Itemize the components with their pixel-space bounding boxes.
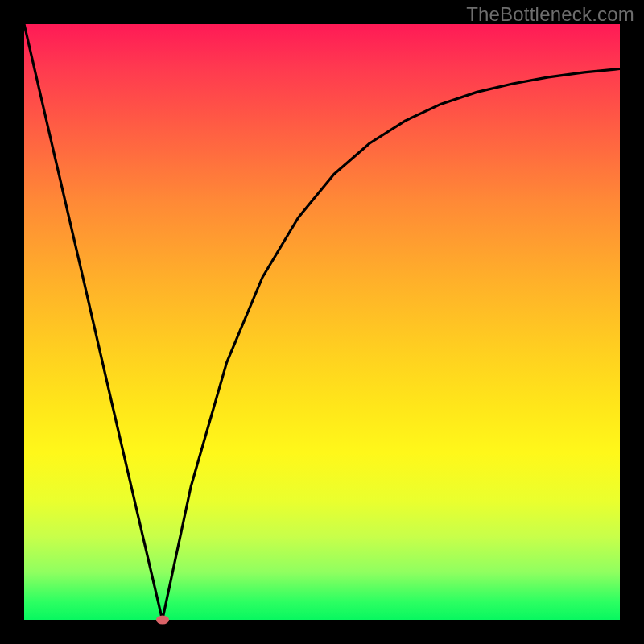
chart-frame: TheBottleneck.com (0, 0, 644, 644)
watermark-label: TheBottleneck.com (466, 3, 634, 26)
plot-area (24, 24, 620, 620)
bottleneck-curve (24, 24, 620, 620)
minimum-marker (156, 616, 169, 625)
